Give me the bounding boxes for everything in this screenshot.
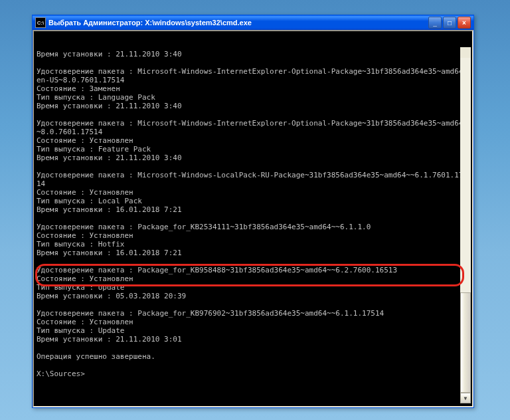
console-line: Время установки : 21.11.2010 3:40: [37, 154, 469, 162]
scroll-down-button[interactable]: ▼: [460, 393, 471, 403]
console-line: Время установки : 16.01.2018 7:21: [37, 249, 469, 257]
console-output[interactable]: Время установки : 21.11.2010 3:40 Удосто…: [33, 30, 473, 407]
cmd-icon: C:\: [35, 17, 46, 28]
console-line: Время установки : 21.11.2010 3:01: [37, 335, 469, 344]
console-line: Состояние : Установлен: [37, 318, 469, 326]
console-line: Удостоверение пакета : Microsoft-Windows…: [37, 171, 469, 188]
console-line: [37, 361, 469, 369]
console-line: Тип выпуска : Update: [37, 283, 469, 292]
console-line: Время установки : 05.03.2018 20:39: [37, 292, 469, 300]
scroll-track[interactable]: [460, 58, 471, 393]
console-line: Состояние : Установлен: [37, 231, 469, 240]
console-line: Время установки : 21.11.2010 3:40: [37, 50, 469, 58]
console-line: [37, 214, 469, 223]
console-line: Тип выпуска : Language Pack: [37, 93, 469, 102]
window-title: Выбрать Администратор: X:\windows\system…: [48, 19, 428, 27]
scroll-thumb[interactable]: [460, 292, 471, 393]
console-line: Удостоверение пакета : Package_for_KB976…: [37, 309, 469, 318]
maximize-button[interactable]: □: [443, 17, 456, 29]
console-text: Время установки : 21.11.2010 3:40 Удосто…: [37, 50, 469, 378]
console-line: Состояние : Установлен: [37, 136, 469, 145]
console-line: Тип выпуска : Local Pack: [37, 197, 469, 205]
console-line: Состояние : Установлен: [37, 188, 469, 197]
console-line: Операция успешно завершена.: [37, 352, 469, 361]
console-line: Удостоверение пакета : Microsoft-Windows…: [37, 67, 469, 84]
title-bar[interactable]: C:\ Выбрать Администратор: X:\windows\sy…: [33, 15, 473, 30]
console-line: X:\Sources>: [37, 369, 469, 378]
close-button[interactable]: ×: [458, 17, 471, 29]
console-line: Состояние : Заменен: [37, 84, 469, 93]
console-line: [37, 110, 469, 119]
console-line: [37, 162, 469, 171]
vertical-scrollbar[interactable]: ▲ ▼: [460, 47, 471, 403]
console-line: Тип выпуска : Hotfix: [37, 240, 469, 249]
console-line: [37, 257, 469, 266]
console-line: Тип выпуска : Update: [37, 326, 469, 335]
console-line: Тип выпуска : Feature Pack: [37, 145, 469, 154]
console-line: Удостоверение пакета : Microsoft-Windows…: [37, 119, 469, 136]
console-line: Время установки : 21.11.2010 3:40: [37, 102, 469, 110]
title-controls: _ □ ×: [428, 17, 471, 29]
console-line: [37, 58, 469, 67]
cmd-window: C:\ Выбрать Администратор: X:\windows\sy…: [32, 15, 474, 408]
console-line: [37, 344, 469, 352]
console-line: Состояние : Установлен: [37, 274, 469, 283]
console-line: Удостоверение пакета : Package_for_KB958…: [37, 266, 469, 274]
console-line: Удостоверение пакета : Package_for_KB253…: [37, 223, 469, 231]
console-line: [37, 300, 469, 309]
console-line: Время установки : 16.01.2018 7:21: [37, 205, 469, 214]
minimize-button[interactable]: _: [428, 17, 442, 29]
